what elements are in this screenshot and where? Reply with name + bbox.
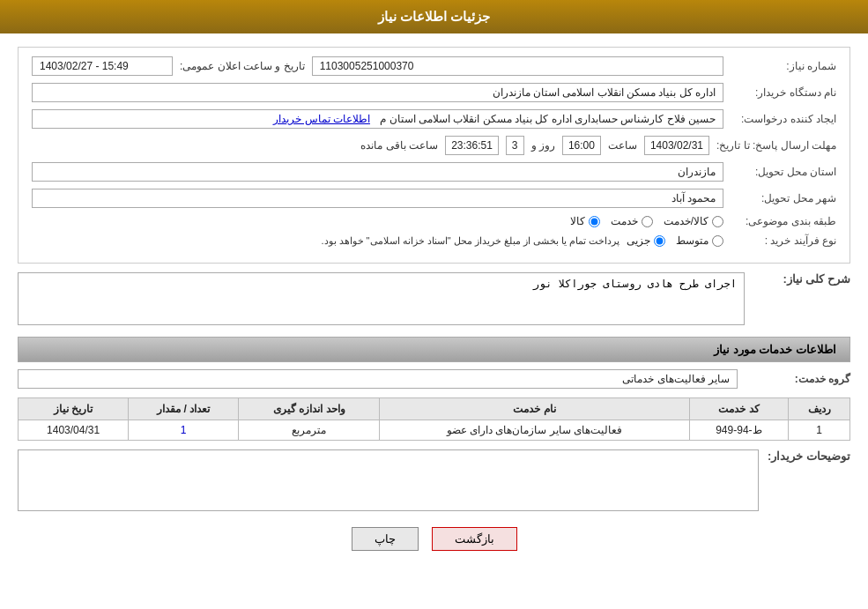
response-remaining-label: ساعت باقی مانده	[360, 139, 438, 152]
col-header-quantity: تعداد / مقدار	[129, 398, 239, 420]
service-group-value: سایر فعالیت‌های خدماتی	[18, 369, 738, 389]
response-time-label: ساعت	[608, 139, 637, 152]
back-button[interactable]: بازگشت	[432, 527, 517, 551]
city-value: محمود آباد	[32, 189, 723, 208]
category-label-kala-khadamat: کالا/خدمت	[664, 215, 708, 227]
table-header-row: ردیف کد خدمت نام خدمت واحد اندازه گیری ت…	[19, 398, 850, 420]
main-info-section: شماره نیاز: 1103005251000370 تاریخ و ساع…	[18, 47, 850, 264]
row-purchase-type: نوع فرآیند خرید : متوسط جزیی پرداخت تمام…	[32, 234, 836, 247]
creator-label: ایجاد کننده درخواست:	[731, 113, 836, 125]
row-category: طبقه بندی موضوعی: کالا/خدمت خدمت کالا	[32, 215, 836, 227]
province-label: استان محل تحویل:	[731, 166, 836, 178]
need-number-label: شماره نیاز:	[731, 60, 836, 72]
row-city: شهر محل تحویل: محمود آباد	[32, 189, 836, 208]
response-date: 1403/02/31	[644, 136, 709, 155]
purchase-type-label-medium: متوسط	[676, 234, 708, 247]
response-day-label: روز و	[531, 139, 555, 152]
purchase-type-option-2: متوسط	[676, 234, 723, 247]
purchase-type-label-small: جزیی	[627, 234, 650, 247]
col-header-name: نام خدمت	[380, 398, 689, 420]
table-header: ردیف کد خدمت نام خدمت واحد اندازه گیری ت…	[19, 398, 850, 420]
category-option-2: خدمت	[611, 215, 653, 227]
creator-link[interactable]: اطلاعات تماس خریدار	[273, 113, 370, 125]
row-service-group: گروه خدمت: سایر فعالیت‌های خدماتی	[18, 369, 850, 389]
row-need-number: شماره نیاز: 1103005251000370 تاریخ و ساع…	[32, 56, 836, 76]
province-value: مازندران	[32, 162, 723, 182]
need-number-value: 1103005251000370	[312, 56, 723, 76]
services-table-section: ردیف کد خدمت نام خدمت واحد اندازه گیری ت…	[18, 397, 850, 441]
col-header-row: ردیف	[789, 398, 850, 420]
page-header: جزئیات اطلاعات نیاز	[0, 0, 868, 33]
response-days: 3	[506, 136, 524, 155]
buyer-value: اداره کل بنیاد مسکن انقلاب اسلامی استان …	[32, 83, 723, 102]
buttons-row: بازگشت چاپ	[18, 527, 850, 551]
row-response-deadline: مهلت ارسال پاسخ: تا تاریخ: 1403/02/31 سا…	[32, 136, 836, 155]
category-option-1: کالا	[570, 215, 600, 227]
row-province: استان محل تحویل: مازندران	[32, 162, 836, 182]
purchase-type-radio-small[interactable]	[654, 235, 665, 247]
buyer-notes-wrapper	[18, 449, 759, 514]
row-creator: ایجاد کننده درخواست: حسین فلاح کارشناس ح…	[32, 109, 836, 129]
cell-unit: مترمربع	[239, 420, 380, 441]
category-radio-kala[interactable]	[589, 216, 600, 227]
purchase-type-radio-group: متوسط جزیی	[627, 234, 723, 247]
category-radio-group: کالا/خدمت خدمت کالا	[570, 215, 723, 227]
table-body: 1 ط-94-949 فعالیت‌های سایر سازمان‌های دا…	[19, 420, 850, 441]
response-remaining: 23:36:51	[445, 136, 499, 155]
row-buyer: نام دستگاه خریدار: اداره کل بنیاد مسکن ا…	[32, 83, 836, 102]
cell-quantity: 1	[129, 420, 239, 441]
buyer-label: نام دستگاه خریدار:	[731, 86, 836, 99]
category-radio-khadamat[interactable]	[642, 216, 653, 227]
purchase-note: پرداخت تمام یا بخشی از مبلغ خریداز محل "…	[321, 235, 619, 247]
category-label: طبقه بندی موضوعی:	[731, 215, 836, 227]
category-label-khadamat: خدمت	[611, 215, 638, 227]
table-row: 1 ط-94-949 فعالیت‌های سایر سازمان‌های دا…	[19, 420, 850, 441]
creator-value: حسین فلاح کارشناس حسابداری اداره کل بنیا…	[32, 109, 723, 129]
cell-date: 1403/04/31	[19, 420, 129, 441]
description-wrapper: اجرای طرح هادی روستای جوراکلا نور	[18, 272, 745, 328]
description-textarea[interactable]: اجرای طرح هادی روستای جوراکلا نور	[18, 272, 745, 325]
services-table: ردیف کد خدمت نام خدمت واحد اندازه گیری ت…	[18, 397, 850, 441]
description-section: شرح کلی نیاز: اجرای طرح هادی روستای جورا…	[18, 272, 850, 328]
page-title: جزئیات اطلاعات نیاز	[378, 9, 490, 24]
city-label: شهر محل تحویل:	[731, 192, 836, 204]
cell-code: ط-94-949	[689, 420, 789, 441]
col-header-unit: واحد اندازه گیری	[239, 398, 380, 420]
cell-row: 1	[789, 420, 850, 441]
service-group-label: گروه خدمت:	[745, 373, 850, 385]
services-section-title: اطلاعات خدمات مورد نیاز	[18, 337, 850, 362]
buyer-notes-textarea[interactable]	[18, 449, 759, 511]
purchase-type-radio-medium[interactable]	[712, 235, 723, 247]
category-label-kala: کالا	[570, 215, 585, 227]
page-wrapper: جزئیات اطلاعات نیاز شماره نیاز: 11030052…	[0, 0, 868, 609]
print-button[interactable]: چاپ	[352, 527, 419, 551]
col-header-code: کد خدمت	[689, 398, 789, 420]
purchase-type-option-1: جزیی	[627, 234, 665, 247]
announcement-label: تاریخ و ساعت اعلان عمومی:	[180, 60, 305, 72]
response-time: 16:00	[562, 136, 601, 155]
announcement-value: 1403/02/27 - 15:49	[32, 56, 173, 76]
content-area: شماره نیاز: 1103005251000370 تاریخ و ساع…	[0, 33, 868, 577]
purchase-type-label: نوع فرآیند خرید :	[731, 234, 836, 247]
buyer-notes-label: توضیحات خریدار:	[768, 449, 850, 463]
col-header-date: تاریخ نیاز	[19, 398, 129, 420]
cell-name: فعالیت‌های سایر سازمان‌های دارای عضو	[380, 420, 689, 441]
description-label: شرح کلی نیاز:	[753, 272, 850, 286]
buyer-notes-section: توضیحات خریدار:	[18, 449, 850, 514]
category-option-3: کالا/خدمت	[664, 215, 723, 227]
category-radio-kala-khadamat[interactable]	[712, 216, 723, 227]
response-label: مهلت ارسال پاسخ: تا تاریخ:	[716, 139, 836, 152]
